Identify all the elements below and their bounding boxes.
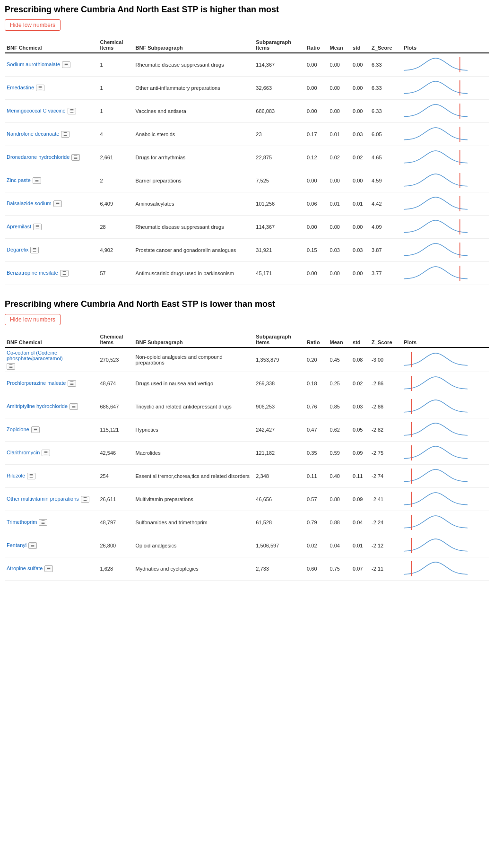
list-icon[interactable]: ☰ — [33, 224, 42, 230]
ratio-cell: 0.00 — [305, 53, 328, 77]
bnf-sub-cell: Prostate cancer and gonadorelin analogue… — [134, 239, 254, 262]
list-icon[interactable]: ☰ — [30, 247, 39, 253]
sub-items-cell: 906,253 — [254, 395, 305, 418]
bnf-chem-cell: Atropine sulfate ☰ — [5, 557, 98, 581]
chem-link[interactable]: Prochlorperazine maleate — [7, 380, 66, 386]
chem-link[interactable]: Other multivitamin preparations — [7, 496, 79, 502]
chem-link[interactable]: Trimethoprim — [7, 519, 37, 525]
list-icon[interactable]: ☰ — [81, 496, 89, 503]
chem-items-cell: 115,121 — [98, 418, 133, 442]
std-cell: 0.03 — [351, 239, 370, 262]
col-bnf-sub: BNF Subparagraph — [134, 37, 254, 53]
hide-low-numbers-btn-2[interactable]: Hide low numbers — [5, 314, 61, 325]
sub-items-cell: 45,171 — [254, 262, 305, 285]
chem-items-cell: 4,902 — [98, 239, 133, 262]
bnf-chem-cell: Degarelix ☰ — [5, 239, 98, 262]
mean-cell: 0.45 — [328, 347, 351, 372]
mean-cell: 0.00 — [328, 53, 351, 77]
list-icon[interactable]: ☰ — [44, 565, 53, 572]
chem-link[interactable]: Clarithromycin — [7, 450, 40, 455]
std-cell: 0.03 — [351, 395, 370, 418]
list-icon[interactable]: ☰ — [39, 519, 47, 526]
mean-cell: 0.00 — [328, 100, 351, 123]
list-icon[interactable]: ☰ — [27, 473, 35, 479]
list-icon[interactable]: ☰ — [69, 403, 78, 410]
plot-cell — [402, 53, 489, 77]
list-icon[interactable]: ☰ — [53, 200, 62, 207]
chem-link[interactable]: Co-codamol (Codeine phosphate/paracetamo… — [7, 350, 95, 361]
col-mean-2: Mean — [328, 332, 351, 347]
zscore-cell: 4.09 — [370, 216, 402, 239]
list-icon[interactable]: ☰ — [61, 131, 69, 138]
zscore-cell: -2.11 — [370, 557, 402, 581]
zscore-cell: -2.75 — [370, 442, 402, 465]
col-bnf-chem: BNF Chemical — [5, 37, 98, 53]
list-icon[interactable]: ☰ — [36, 85, 44, 91]
chem-link[interactable]: Fentanyl — [7, 542, 26, 548]
list-icon[interactable]: ☰ — [7, 363, 15, 370]
ratio-cell: 0.06 — [305, 192, 328, 216]
col-bnf-sub-2: BNF Subparagraph — [134, 332, 254, 347]
chem-link[interactable]: Riluzole — [7, 473, 25, 478]
sub-items-cell: 2,733 — [254, 557, 305, 581]
table-row: Dronedarone hydrochloride ☰ 2,661Drugs f… — [5, 146, 489, 169]
hide-low-numbers-btn-1[interactable]: Hide low numbers — [5, 19, 61, 31]
sub-items-cell: 31,921 — [254, 239, 305, 262]
list-icon[interactable]: ☰ — [60, 270, 69, 277]
chem-link[interactable]: Zinc paste — [7, 177, 31, 183]
list-icon[interactable]: ☰ — [68, 380, 76, 387]
std-cell: 0.00 — [351, 77, 370, 100]
chem-link[interactable]: Degarelix — [7, 247, 28, 252]
chem-items-cell: 26,611 — [98, 488, 133, 511]
chem-link[interactable]: Meningococcal C vaccine — [7, 108, 66, 113]
mean-cell: 0.62 — [328, 418, 351, 442]
mean-cell: 0.00 — [328, 262, 351, 285]
list-icon[interactable]: ☰ — [42, 450, 50, 456]
mean-cell: 0.80 — [328, 488, 351, 511]
section1-title: Prescribing where Cumbria And North East… — [5, 5, 489, 15]
std-cell: 0.05 — [351, 418, 370, 442]
list-icon[interactable]: ☰ — [28, 542, 37, 549]
chem-link[interactable]: Amitriptyline hydrochloride — [7, 403, 68, 409]
chem-link[interactable]: Atropine sulfate — [7, 565, 43, 571]
list-icon[interactable]: ☰ — [62, 61, 70, 68]
chem-link[interactable]: Apremilast — [7, 224, 31, 229]
std-cell: 0.00 — [351, 262, 370, 285]
bnf-sub-cell: Other anti-inflammatory preparations — [134, 77, 254, 100]
chem-link[interactable]: Dronedarone hydrochloride — [7, 154, 69, 160]
list-icon[interactable]: ☰ — [31, 426, 40, 433]
table-row: Meningococcal C vaccine ☰ 1Vaccines and … — [5, 100, 489, 123]
bnf-chem-cell: Meningococcal C vaccine ☰ — [5, 100, 98, 123]
table-row: Co-codamol (Codeine phosphate/paracetamo… — [5, 347, 489, 372]
bnf-sub-cell: Vaccines and antisera — [134, 100, 254, 123]
bnf-chem-cell: Benzatropine mesilate ☰ — [5, 262, 98, 285]
plot-cell — [402, 372, 489, 395]
plot-cell — [402, 169, 489, 192]
mean-cell: 0.01 — [328, 123, 351, 146]
chem-link[interactable]: Balsalazide sodium — [7, 200, 52, 206]
mean-cell: 0.25 — [328, 372, 351, 395]
chem-link[interactable]: Emedastine — [7, 85, 34, 90]
chem-items-cell: 1 — [98, 77, 133, 100]
table-row: Zopiclone ☰ 115,121Hypnotics242,4270.470… — [5, 418, 489, 442]
list-icon[interactable]: ☰ — [68, 108, 76, 114]
chem-link[interactable]: Nandrolone decanoate — [7, 131, 59, 137]
sub-items-cell: 61,528 — [254, 511, 305, 534]
mean-cell: 0.88 — [328, 511, 351, 534]
ratio-cell: 0.00 — [305, 169, 328, 192]
std-cell: 0.01 — [351, 192, 370, 216]
plot-cell — [402, 239, 489, 262]
plot-cell — [402, 192, 489, 216]
list-icon[interactable]: ☰ — [33, 177, 41, 184]
ratio-cell: 0.35 — [305, 442, 328, 465]
chem-link[interactable]: Sodium aurothiomalate — [7, 61, 60, 67]
chem-items-cell: 270,523 — [98, 347, 133, 372]
chem-items-cell: 48,797 — [98, 511, 133, 534]
col-ratio: Ratio — [305, 37, 328, 53]
chem-link[interactable]: Benzatropine mesilate — [7, 270, 58, 276]
chem-items-cell: 26,800 — [98, 534, 133, 557]
list-icon[interactable]: ☰ — [71, 154, 80, 161]
ratio-cell: 0.00 — [305, 262, 328, 285]
std-cell: 0.00 — [351, 216, 370, 239]
chem-link[interactable]: Zopiclone — [7, 426, 29, 432]
